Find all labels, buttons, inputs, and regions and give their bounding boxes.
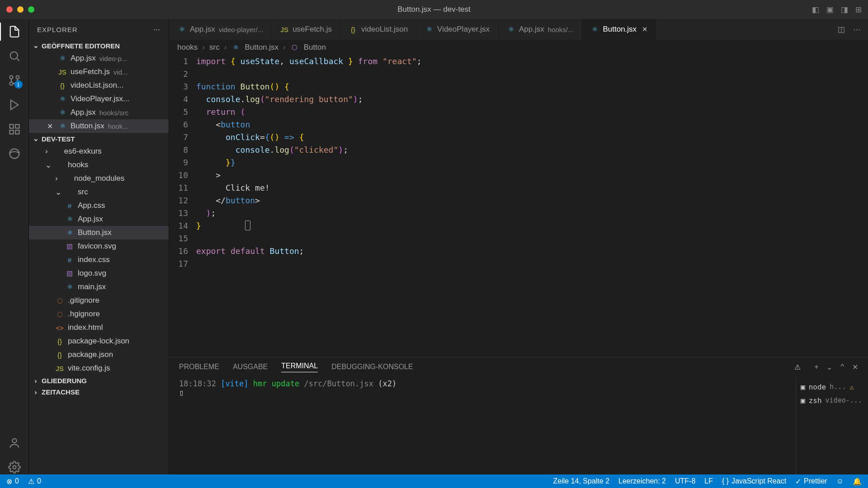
more-icon[interactable]: ⋯	[153, 25, 160, 33]
tree-item[interactable]: JSvite.config.js	[29, 361, 169, 375]
tree-item[interactable]: ▧favicon.svg	[29, 239, 169, 253]
debug-activity[interactable]	[7, 98, 22, 112]
titlebar: Button.jsx — dev-test ◧ ▣ ◨ ⊞	[0, 0, 868, 19]
svg-point-8	[9, 149, 19, 159]
svg-icon: ▧	[65, 269, 74, 277]
bottom-panel: PROBLEME AUSGABE TERMINAL DEBUGGING-KONS…	[169, 357, 868, 474]
tree-item[interactable]: ⌄hooks	[29, 158, 169, 172]
new-terminal-icon[interactable]: +	[814, 363, 818, 371]
scm-activity[interactable]: 1	[7, 73, 22, 88]
svg-point-0	[10, 52, 17, 59]
layout-right-icon[interactable]: ◨	[841, 5, 848, 14]
edge-activity[interactable]	[7, 146, 22, 161]
status-language[interactable]: { } JavaScript React	[722, 477, 786, 485]
close-window[interactable]	[6, 6, 13, 13]
react-icon: ⚛	[65, 215, 74, 223]
search-activity[interactable]	[7, 49, 22, 63]
status-bell-icon[interactable]: 🔔	[853, 477, 862, 486]
status-warnings[interactable]: ⚠ 0	[28, 477, 41, 486]
warning-icon[interactable]: ⚠	[794, 363, 801, 371]
settings-activity[interactable]	[7, 460, 22, 474]
layout-grid-icon[interactable]: ⊞	[855, 5, 862, 14]
tree-item[interactable]: {}package-lock.json	[29, 334, 169, 348]
tree-item[interactable]: ◌.hgignore	[29, 307, 169, 321]
more-tabs-icon[interactable]: ⋯	[853, 25, 861, 34]
status-spaces[interactable]: Leerzeichen: 2	[618, 477, 666, 485]
tree-item[interactable]: <>index.html	[29, 321, 169, 334]
json-icon: {}	[58, 82, 67, 89]
terminal-entry[interactable]: ▣node h... ⚠	[801, 380, 863, 394]
editor-tab[interactable]: JSuseFetch.js	[272, 19, 340, 40]
close-panel-icon[interactable]: ✕	[852, 363, 858, 371]
timeline-section[interactable]: ›ZEITACHSE	[29, 386, 169, 398]
css-icon: #	[65, 256, 74, 264]
status-prettier[interactable]: ✓ Prettier	[795, 477, 827, 486]
terminal-icon: ▣	[801, 383, 805, 391]
chevron-icon: ›	[45, 147, 48, 156]
editor-tab[interactable]: ⚛VideoPlayer.jsx	[416, 19, 498, 40]
maximize-window[interactable]	[28, 6, 34, 13]
open-editor-item[interactable]: JSuseFetch.js vid...	[29, 65, 169, 79]
chevron-icon: ⌄	[45, 160, 52, 170]
split-editor-icon[interactable]: ◫	[838, 25, 845, 34]
minimap[interactable]	[823, 55, 868, 357]
tree-item[interactable]: ◌.gitignore	[29, 294, 169, 307]
react-icon: ⚛	[231, 43, 240, 52]
editor-tab[interactable]: {}videoList.json	[340, 19, 416, 40]
open-editors-section[interactable]: ⌄GEÖFFNETE EDITOREN	[29, 40, 169, 52]
editor-tab[interactable]: ⚛Button.jsx✕	[582, 19, 656, 40]
status-eol[interactable]: LF	[704, 477, 713, 485]
editor-tab[interactable]: ⚛App.jsxhooks/...	[498, 19, 582, 40]
panel-tab-terminal[interactable]: TERMINAL	[281, 362, 318, 372]
tree-item[interactable]: ›es6-exkurs	[29, 145, 169, 158]
open-editor-item[interactable]: {}videoList.json...	[29, 79, 169, 92]
close-tab-icon[interactable]: ✕	[642, 25, 648, 33]
warning-icon: ⚠	[849, 383, 854, 391]
terminal[interactable]: 18:18:32 [vite] hmr update /src/Button.j…	[169, 376, 796, 474]
code-editor[interactable]: 1234567891011121314151617 import { useSt…	[169, 55, 868, 357]
outline-section[interactable]: ›GLIEDERUNG	[29, 375, 169, 386]
terminal-entry[interactable]: ▣zsh video-...	[801, 394, 863, 407]
tree-item[interactable]: ⚛Button.jsx	[29, 226, 169, 239]
svg-rect-5	[15, 125, 19, 128]
tree-item[interactable]: #index.css	[29, 253, 169, 267]
status-encoding[interactable]: UTF-8	[675, 477, 695, 485]
svg-point-10	[13, 466, 16, 469]
open-editor-item[interactable]: ✕⚛Button.jsx hook...	[29, 119, 169, 133]
account-activity[interactable]	[7, 436, 22, 450]
status-feedback-icon[interactable]: ☺	[836, 477, 844, 485]
tree-item[interactable]: ⚛main.jsx	[29, 280, 169, 294]
panel-tab-debug[interactable]: DEBUGGING-KONSOLE	[331, 363, 413, 371]
close-icon[interactable]: ✕	[45, 122, 54, 131]
project-section[interactable]: ⌄DEV-TEST	[29, 133, 169, 145]
explorer-activity[interactable]	[7, 24, 22, 39]
breadcrumbs[interactable]: hooks› src› ⚛Button.jsx› ⬡Button	[169, 40, 868, 55]
tree-item[interactable]: ⚛App.jsx	[29, 212, 169, 226]
svg-icon: ▧	[65, 242, 74, 250]
layout-bottom-icon[interactable]: ▣	[826, 5, 834, 14]
tree-item[interactable]: {}package.json	[29, 348, 169, 361]
react-icon: ⚛	[58, 122, 67, 130]
panel-tab-output[interactable]: AUSGABE	[233, 363, 268, 371]
svg-rect-6	[9, 130, 13, 134]
maximize-panel-icon[interactable]: ^	[840, 363, 844, 371]
terminal-dropdown-icon[interactable]: ⌄	[826, 363, 832, 371]
html-icon: <>	[55, 324, 64, 332]
extensions-activity[interactable]	[7, 122, 22, 136]
open-editor-item[interactable]: ⚛VideoPlayer.jsx...	[29, 92, 169, 106]
editor-tab[interactable]: ⚛App.jsxvideo-player/...	[169, 19, 272, 40]
open-editor-item[interactable]: ⚛App.jsx video-p...	[29, 52, 169, 65]
scm-badge: 1	[14, 80, 23, 89]
tree-item[interactable]: ⌄src	[29, 185, 169, 199]
minimize-window[interactable]	[17, 6, 24, 13]
react-icon: ⚛	[506, 25, 515, 33]
status-position[interactable]: Zeile 14, Spalte 2	[553, 477, 610, 485]
text-cursor	[245, 221, 250, 230]
tree-item[interactable]: #App.css	[29, 199, 169, 212]
status-errors[interactable]: ⊗ 0	[6, 477, 19, 486]
panel-tab-problems[interactable]: PROBLEME	[179, 363, 219, 371]
tree-item[interactable]: ›node_modules	[29, 172, 169, 185]
tree-item[interactable]: ▧logo.svg	[29, 267, 169, 280]
open-editor-item[interactable]: ⚛App.jsx hooks/src	[29, 106, 169, 119]
layout-panel-icon[interactable]: ◧	[812, 5, 819, 14]
